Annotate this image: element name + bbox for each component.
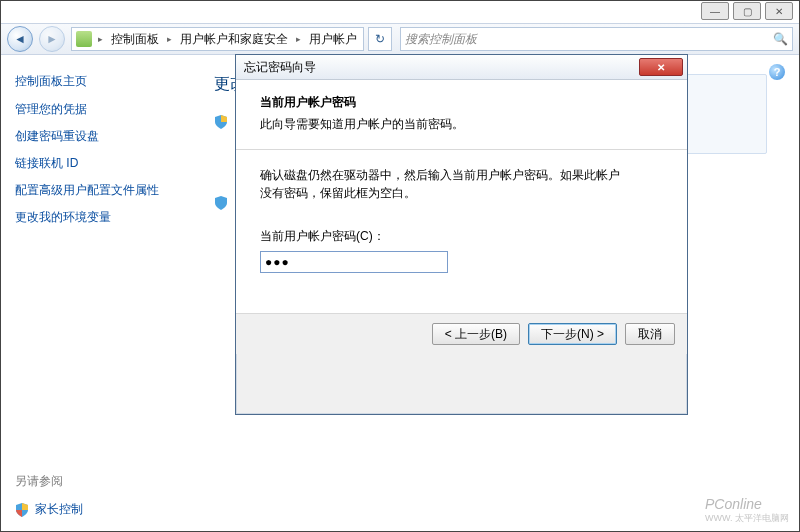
sidebar-link-env-vars[interactable]: 更改我的环境变量 — [15, 209, 190, 226]
search-icon: 🔍 — [773, 32, 788, 46]
window-close-button[interactable]: ✕ — [765, 2, 793, 20]
sidebar: 控制面板主页 管理您的凭据 创建密码重设盘 链接联机 ID 配置高级用户配置文件… — [1, 54, 198, 531]
dialog-title: 忘记密码向导 — [244, 59, 316, 76]
shield-icon — [214, 115, 228, 129]
shield-icon — [214, 196, 228, 210]
chevron-right-icon: ▸ — [294, 34, 303, 44]
breadcrumb-item[interactable]: 用户帐户和家庭安全 — [174, 31, 294, 48]
dialog-subheading: 此向导需要知道用户帐户的当前密码。 — [260, 115, 663, 133]
maximize-button[interactable]: ▢ — [733, 2, 761, 20]
minimize-button[interactable]: — — [701, 2, 729, 20]
wizard-dialog: 忘记密码向导 ✕ 当前用户帐户密码 此向导需要知道用户帐户的当前密码。 确认磁盘… — [235, 54, 688, 415]
nav-forward-button[interactable]: ► — [39, 26, 65, 52]
search-placeholder: 搜索控制面板 — [405, 31, 477, 48]
sidebar-link-reset-disk[interactable]: 创建密码重设盘 — [15, 128, 190, 145]
dialog-heading: 当前用户帐户密码 — [260, 94, 663, 111]
dialog-instruction: 没有密码，保留此框为空白。 — [260, 184, 663, 202]
next-button[interactable]: 下一步(N) > — [528, 323, 617, 345]
chevron-right-icon: ▸ — [165, 34, 174, 44]
nav-back-button[interactable]: ◄ — [7, 26, 33, 52]
see-also-label: 另请参阅 — [15, 473, 190, 490]
navigation-bar: ◄ ► ▸ 控制面板 ▸ 用户帐户和家庭安全 ▸ 用户帐户 ↻ 搜索控制面板 🔍 — [1, 23, 799, 55]
window-controls: — ▢ ✕ — [701, 2, 793, 20]
password-input[interactable] — [260, 251, 448, 273]
explorer-window: — ▢ ✕ ◄ ► ▸ 控制面板 ▸ 用户帐户和家庭安全 ▸ 用户帐户 ↻ 搜索… — [0, 0, 800, 532]
breadcrumb[interactable]: ▸ 控制面板 ▸ 用户帐户和家庭安全 ▸ 用户帐户 — [71, 27, 364, 51]
sidebar-link-advanced-profile[interactable]: 配置高级用户配置文件属性 — [15, 182, 190, 199]
back-button[interactable]: < 上一步(B) — [432, 323, 520, 345]
shield-icon — [15, 503, 29, 517]
dialog-instruction: 确认磁盘仍然在驱动器中，然后输入当前用户帐户密码。如果此帐户 — [260, 166, 663, 184]
sidebar-home-link[interactable]: 控制面板主页 — [15, 73, 190, 90]
search-input[interactable]: 搜索控制面板 🔍 — [400, 27, 793, 51]
control-panel-icon — [76, 31, 92, 47]
breadcrumb-item[interactable]: 控制面板 — [105, 31, 165, 48]
cancel-button[interactable]: 取消 — [625, 323, 675, 345]
dialog-body: 当前用户帐户密码 此向导需要知道用户帐户的当前密码。 确认磁盘仍然在驱动器中，然… — [236, 80, 687, 314]
sidebar-link-online-id[interactable]: 链接联机 ID — [15, 155, 190, 172]
help-icon[interactable]: ? — [769, 64, 785, 80]
dialog-titlebar[interactable]: 忘记密码向导 ✕ — [236, 55, 687, 80]
chevron-right-icon: ▸ — [96, 34, 105, 44]
breadcrumb-item[interactable]: 用户帐户 — [303, 31, 363, 48]
refresh-button[interactable]: ↻ — [368, 27, 392, 51]
dialog-close-button[interactable]: ✕ — [639, 58, 683, 76]
sidebar-link-parental[interactable]: 家长控制 — [35, 501, 83, 518]
password-label: 当前用户帐户密码(C)： — [260, 228, 663, 245]
dialog-footer: < 上一步(B) 下一步(N) > 取消 — [236, 314, 687, 354]
sidebar-link-credentials[interactable]: 管理您的凭据 — [15, 101, 190, 118]
